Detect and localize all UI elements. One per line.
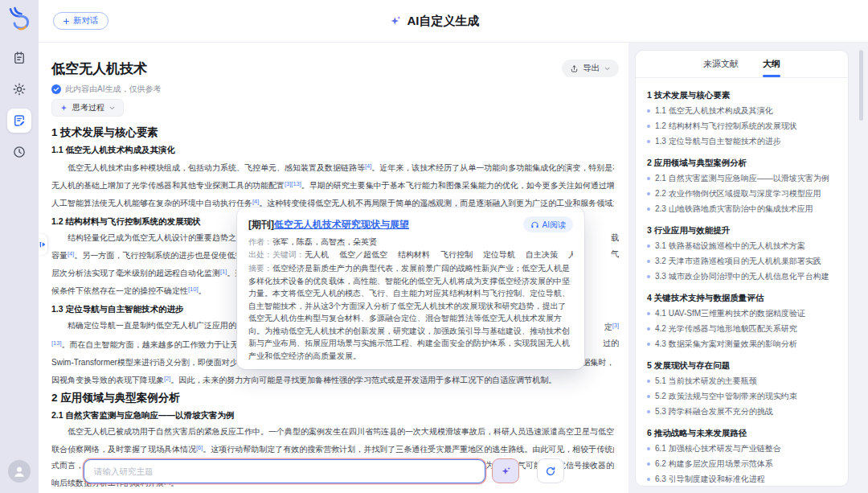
keyword: 无人机 (305, 250, 329, 259)
document-line: 2.1 自然灾害监测与应急响应——以滑坡灾害为例 (51, 409, 619, 421)
sidebar-nav (7, 46, 31, 164)
outline-item[interactable]: 1.1 低空无人机技术构成及其演化 (647, 103, 837, 118)
source-abstract: 摘要：低空经济是新质生产力的典型代表，发展前景广阔的战略性新兴产业；低空无人机是… (248, 262, 573, 362)
outline-item[interactable]: 6.1 加强核心技术研发与产业链整合 (647, 441, 837, 456)
outline-section: 5 发展现状与存在问题 5.1 当前技术研发的主要瓶颈5.2 政策法规与空中管制… (647, 358, 837, 419)
outline-item[interactable]: 3.3 城市政企协同治理中的无人机信息化平台构建 (647, 269, 837, 284)
bullet-dot (647, 380, 650, 383)
bullet-dot (647, 312, 650, 315)
source-preview-card: [期刊] 低空无人机技术研究现状与展望 AI阅读 作者：张军，陈磊，高智杰，朵英… (237, 207, 584, 369)
outline-item[interactable]: 5.1 当前技术研发的主要瓶颈 (647, 373, 837, 388)
outline-item[interactable]: 4.3 数据采集方案对测量效果的影响分析 (647, 336, 837, 351)
chevron-down-icon (604, 65, 611, 72)
bullet-dot (647, 207, 650, 211)
outline-section: 1 技术发展与核心要素 1.1 低空无人机技术构成及其演化1.2 结构材料与飞行… (647, 88, 837, 149)
bullet-dot (647, 478, 650, 481)
deer-logo[interactable] (6, 6, 33, 35)
outline-item[interactable]: 1.3 定位导航与自主智能技术的进步 (647, 134, 837, 149)
sidebar-item-discover[interactable] (7, 77, 31, 101)
clock-icon (12, 145, 27, 159)
sparkle-icon (59, 104, 68, 113)
outline-item[interactable]: 3.1 铁路基础设施巡检中的无人机技术方案 (647, 238, 837, 253)
outline-item[interactable]: 6.3 引导制度建设和标准化进程 (647, 471, 837, 487)
page-title: 低空无人机技术 (51, 60, 147, 79)
bullet-dot (647, 244, 650, 248)
outline-item[interactable]: 2.3 山地铁路地质灾害防治中的集成技术应用 (647, 201, 837, 216)
outline-item[interactable]: 2.1 自然灾害监测与应急响应——以滑坡灾害为例 (647, 170, 837, 186)
regenerate-button[interactable] (537, 458, 564, 483)
user-avatar[interactable] (8, 460, 31, 483)
tab-outline[interactable]: 大纲 (763, 51, 780, 77)
bullet-dot (647, 275, 650, 278)
tab-sources[interactable]: 来源文献 (703, 51, 739, 77)
bullet-dot (647, 125, 650, 128)
export-icon (570, 64, 579, 73)
keyword: 自主决策 (526, 250, 558, 259)
document-line: 1.1 低空无人机技术构成及其演化 (51, 144, 619, 156)
sidebar-item-notes[interactable] (7, 46, 31, 70)
outline-item[interactable]: 5.3 跨学科融合发展不充分的挑战 (647, 404, 837, 419)
keyword: 人机交互 (568, 250, 573, 259)
outline-item[interactable]: 2.2 农业作物倒伏区域提取与深度学习模型应用 (647, 186, 837, 201)
app-title: AI自定义生成 (0, 0, 868, 42)
outline-item[interactable]: 4.1 UAV-SfM三维重构技术的数据精度验证 (647, 306, 837, 321)
check-circle-icon (51, 84, 61, 94)
bullet-dot (647, 140, 650, 143)
outline-section-title[interactable]: 5 发展现状与存在问题 (647, 358, 837, 373)
document-line: 低空无人机技术由多种模块组成，包括动力系统、飞控单元、感知装置及数据链路等[4]… (51, 158, 619, 176)
document-line: 无人机的基础上增加了光学传感器和其他专业探测工具的功能配置[3][13]。早期的… (51, 176, 619, 194)
document-line: 联合侦察网络，及时掌握了现场具体情况[6]。这项行动帮助制定了有效的搜索营救计划… (51, 440, 619, 458)
source-type-badge: [期刊] (248, 217, 274, 232)
outline-item[interactable]: 1.2 结构材料与飞行控制系统的发展现状 (647, 118, 837, 134)
sparkle-icon (389, 14, 402, 27)
headphones-icon (530, 220, 539, 229)
journal-icon (12, 51, 27, 65)
panel-tabs: 来源文献 大纲 (636, 51, 848, 78)
source-outline-panel: 来源文献 大纲 1 技术发展与核心要素 1.1 低空无人机技术构成及其演化1.2… (635, 50, 849, 487)
sun-icon (12, 82, 27, 97)
sidebar (0, 0, 39, 493)
outline-item[interactable]: 4.2 光学传感器与地形地貌匹配关系研究 (647, 321, 837, 336)
thinking-process-button[interactable]: 思考过程 (51, 99, 124, 117)
outline-item[interactable]: 6.2 构建多层次应用场景示范体系 (647, 456, 837, 471)
abstract-label: 摘要： (248, 264, 272, 273)
outline-section: 3 行业应用与效能提升 3.1 铁路基础设施巡检中的无人机技术方案3.2 天津市… (647, 223, 837, 284)
outline-section-title[interactable]: 4 关键技术支持与数据质量评估 (647, 290, 837, 306)
keywords-label: 关键词： (272, 250, 305, 259)
outline-item[interactable]: 5.2 政策法规与空中管制带来的现实约束 (647, 388, 837, 404)
doc-edit-icon (12, 113, 27, 128)
expand-panel-handle[interactable] (39, 234, 47, 255)
sidebar-item-ai-writing[interactable] (7, 109, 31, 133)
outline-section-title[interactable]: 3 行业应用与效能提升 (647, 223, 837, 238)
bullet-dot (647, 395, 650, 398)
refresh-icon (545, 466, 556, 477)
source-keywords-row: 出处：关键词：无人机低空／超低空结构材料飞行控制定位导航自主决策人机交互 (248, 249, 573, 261)
research-topic-input[interactable] (84, 459, 485, 483)
source-title-link[interactable]: 低空无人机技术研究现状与展望 (274, 217, 409, 232)
ai-generated-notice: 此内容由AI生成，仅供参考 (51, 84, 619, 95)
top-header: 新对话 AI自定义生成 (0, 0, 868, 43)
outline-section-title[interactable]: 2 应用领域与典型案例分析 (647, 155, 837, 170)
bullet-dot (647, 462, 650, 466)
outline-section-title[interactable]: 6 推动战略与未来发展路径 (647, 425, 837, 441)
sidebar-item-history[interactable] (7, 140, 31, 164)
export-label: 导出 (583, 63, 600, 74)
keyword: 结构材料 (398, 250, 430, 259)
document-titlebar: 低空无人机技术 导出 (51, 60, 619, 79)
keyword: 定位导航 (483, 250, 515, 259)
outline-item[interactable]: 3.2 天津市道路巡检项目的无人机机巢部署实践 (647, 253, 837, 269)
keyword: 低空／超低空 (339, 250, 387, 259)
scrollbar-thumb[interactable] (859, 50, 863, 121)
app-title-text: AI自定义生成 (407, 14, 480, 29)
keyword: 飞行控制 (440, 250, 473, 259)
outline-section-title[interactable]: 1 技术发展与核心要素 (647, 88, 837, 103)
generate-button[interactable] (492, 458, 519, 483)
ai-notice-text: 此内容由AI生成，仅供参考 (65, 84, 161, 95)
export-button[interactable]: 导出 (562, 60, 619, 77)
document-line: 低空无人机已被成功用于自然灾害后的紧急反应工作中。一个典型的案例发生在四川省筠连… (51, 424, 619, 440)
ai-read-button[interactable]: AI阅读 (523, 216, 573, 232)
bullet-dot (647, 343, 650, 346)
outline-section: 6 推动战略与未来发展路径 6.1 加强核心技术研发与产业链整合6.2 构建多层… (647, 425, 837, 487)
document-line: 因视角变换导致的表现下降现象[2]。因此，未来的努力方向可能是寻找更加鲁棒性强的… (51, 371, 619, 388)
source-authors-row: 作者：张军，陈磊，高智杰，朵英贤 (248, 236, 573, 249)
